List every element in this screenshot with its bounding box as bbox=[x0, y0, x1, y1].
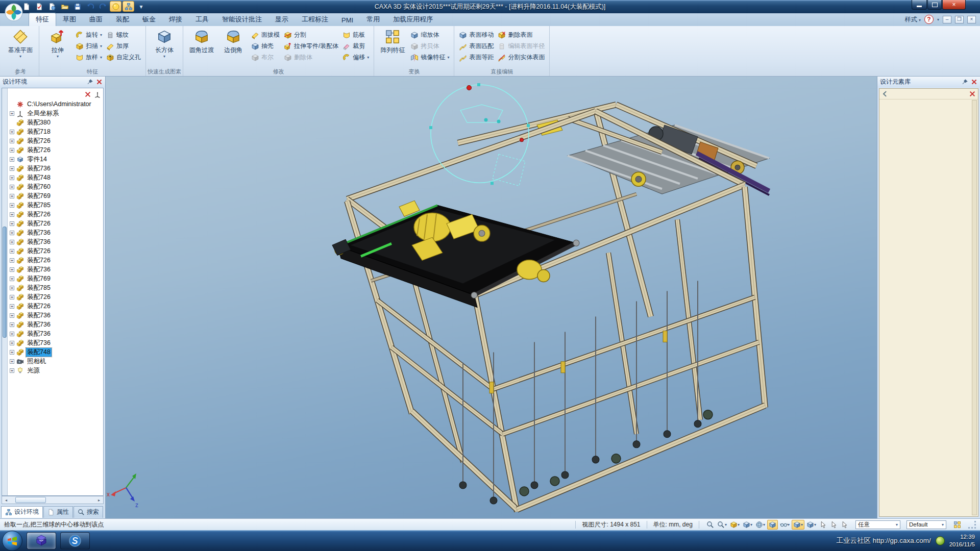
taskbar-caxa-app[interactable] bbox=[27, 532, 56, 549]
tree-item-装配785[interactable]: +装配785 bbox=[8, 283, 103, 292]
tree-item-照相机[interactable]: +照相机 bbox=[8, 357, 103, 366]
panel-close-icon[interactable] bbox=[971, 79, 977, 85]
start-button[interactable] bbox=[2, 531, 22, 551]
tree-item-装配726[interactable]: +装配726 bbox=[8, 210, 103, 219]
tree-item-装配736[interactable]: +装配736 bbox=[8, 237, 103, 246]
cancel-selection-icon[interactable] bbox=[84, 91, 91, 98]
tree-item-装配726[interactable]: +装配726 bbox=[8, 302, 103, 311]
render-style-combo[interactable]: Default▾ bbox=[906, 520, 946, 529]
save-icon[interactable] bbox=[71, 1, 83, 12]
tab-装配[interactable]: 装配 bbox=[109, 13, 136, 26]
ribbon-button-扫描[interactable]: 扫描▾ bbox=[76, 42, 102, 51]
browse-web-icon[interactable] bbox=[46, 1, 58, 12]
tree-horizontal-scrollbar[interactable]: ◂ ▸ bbox=[2, 496, 104, 504]
taskbar-clock[interactable]: 12:39 2016/11/5 bbox=[949, 533, 975, 548]
help-icon[interactable]: ? bbox=[924, 15, 934, 24]
tab-曲面[interactable]: 曲面 bbox=[83, 13, 109, 26]
tree-item-装配736[interactable]: +装配736 bbox=[8, 265, 103, 274]
doc-restore-button[interactable]: ❒ bbox=[955, 16, 964, 23]
open-check-icon[interactable] bbox=[33, 1, 45, 12]
tree-item-全局坐标系[interactable]: +全局坐标系 bbox=[8, 109, 103, 118]
tab-智能设计批注[interactable]: 智能设计批注 bbox=[215, 13, 268, 26]
ribbon-button-筋板[interactable]: 筋板 bbox=[342, 31, 369, 39]
tree-item-装配785[interactable]: +装配785 bbox=[8, 201, 103, 210]
redo-icon[interactable] bbox=[97, 1, 109, 12]
ribbon-button-圆角过渡[interactable]: 圆角过渡 bbox=[186, 27, 217, 55]
tab-草图[interactable]: 草图 bbox=[56, 13, 83, 26]
zoom-search-icon[interactable] bbox=[705, 520, 715, 530]
tree-item-装配726[interactable]: +装配726 bbox=[8, 219, 103, 228]
coordinate-system-icon[interactable] bbox=[94, 91, 101, 98]
library-scrollbar[interactable] bbox=[972, 100, 977, 515]
tree-item-装配726[interactable]: +装配726 bbox=[8, 145, 103, 155]
panel-tab-属性[interactable]: 属性 bbox=[43, 506, 73, 518]
3d-viewport[interactable]: xz bbox=[106, 77, 877, 518]
tab-显示[interactable]: 显示 bbox=[268, 13, 295, 26]
pick-filter-icon[interactable] bbox=[840, 520, 849, 530]
ribbon-button-拉伸零件/装配体[interactable]: 拉伸零件/装配体 bbox=[284, 42, 338, 51]
ribbon-button-加厚[interactable]: 加厚 bbox=[106, 42, 141, 51]
ribbon-button-删除表面[interactable]: 删除表面 bbox=[498, 31, 545, 39]
tree-item-装配718[interactable]: +装配718 bbox=[8, 127, 103, 136]
tree-item-装配769[interactable]: +装配769 bbox=[8, 191, 103, 201]
display-mode-icon[interactable]: ▾ bbox=[792, 520, 804, 530]
tree-item-C:\Users\Administrator[interactable]: C:\Users\Administrator bbox=[8, 99, 103, 109]
resize-grip[interactable] bbox=[968, 521, 976, 529]
tree-item-装配726[interactable]: +装配726 bbox=[8, 246, 103, 256]
undo-icon[interactable] bbox=[84, 1, 96, 12]
design-tree-icon[interactable] bbox=[122, 1, 134, 12]
tree-item-装配726[interactable]: +装配726 bbox=[8, 136, 103, 145]
tree-item-装配736[interactable]: +装配736 bbox=[8, 320, 103, 329]
tray-status-icon[interactable] bbox=[936, 536, 945, 545]
scrollbar-thumb[interactable] bbox=[15, 497, 46, 503]
maximize-button[interactable] bbox=[927, 0, 942, 10]
new-view-icon[interactable]: ▾ bbox=[729, 520, 741, 530]
tree-item-光源[interactable]: +光源 bbox=[8, 366, 103, 375]
tab-加载应用程序[interactable]: 加载应用程序 bbox=[386, 13, 439, 26]
close-button[interactable]: × bbox=[942, 0, 966, 10]
3d-model[interactable]: xz bbox=[106, 77, 877, 518]
ribbon-button-面拔模[interactable]: 面拔模 bbox=[251, 31, 280, 39]
ribbon-button-裁剪[interactable]: 裁剪 bbox=[342, 42, 369, 51]
help-dropdown-icon[interactable]: ▾ bbox=[937, 17, 939, 22]
scroll-left-icon[interactable]: ◂ bbox=[3, 498, 9, 503]
ribbon-button-基准平面[interactable]: 基准平面▾ bbox=[5, 27, 36, 59]
ribbon-button-拉伸[interactable]: 拉伸▾ bbox=[42, 27, 74, 59]
tree-item-装配726[interactable]: +装配726 bbox=[8, 256, 103, 265]
more-commands-icon[interactable]: ▾ bbox=[135, 1, 147, 12]
tree-item-装配736[interactable]: +装配736 bbox=[8, 164, 103, 173]
tree-item-装配380[interactable]: 装配380 bbox=[8, 118, 103, 127]
tree-item-装配736[interactable]: +装配736 bbox=[8, 329, 103, 338]
render-style-icon[interactable]: ▾ bbox=[805, 520, 817, 530]
pin-icon[interactable] bbox=[962, 79, 968, 85]
ribbon-button-长方体[interactable]: 长方体▾ bbox=[149, 27, 180, 59]
minimize-button[interactable] bbox=[912, 0, 927, 10]
library-close-icon[interactable] bbox=[969, 90, 976, 97]
ribbon-button-表面匹配[interactable]: 表面匹配 bbox=[459, 42, 494, 51]
smart-render-icon[interactable] bbox=[110, 1, 121, 12]
panel-close-icon[interactable] bbox=[96, 79, 103, 85]
tree-item-装配726[interactable]: +装配726 bbox=[8, 292, 103, 302]
tab-特征[interactable]: 特征 bbox=[29, 13, 56, 26]
ribbon-button-阵列特征[interactable]: 阵列特征 bbox=[377, 27, 408, 55]
back-arrow-icon[interactable] bbox=[881, 90, 889, 97]
select-cursor-icon[interactable] bbox=[829, 520, 839, 530]
tree-item-装配736[interactable]: +装配736 bbox=[8, 311, 103, 320]
app-logo-icon[interactable] bbox=[3, 2, 24, 23]
style-menu[interactable]: 样式 ▾ bbox=[905, 15, 921, 24]
ribbon-button-表面等距[interactable]: 表面等距 bbox=[459, 53, 494, 62]
shaded-display-icon[interactable] bbox=[767, 520, 778, 530]
ribbon-button-分割实体表面[interactable]: 分割实体表面 bbox=[498, 53, 545, 62]
tree-item-装配748[interactable]: +装配748 bbox=[8, 173, 103, 182]
tree-item-装配736[interactable]: +装配736 bbox=[8, 228, 103, 237]
tree-item-装配736[interactable]: +装配736 bbox=[8, 338, 103, 347]
taskbar-s-browser-app[interactable] bbox=[60, 532, 90, 549]
snap-mode-combo[interactable]: 任意▾ bbox=[855, 520, 900, 529]
ribbon-button-分割[interactable]: 分割 bbox=[284, 31, 338, 39]
ribbon-button-自定义孔[interactable]: 自定义孔 bbox=[106, 53, 141, 62]
ribbon-button-放样[interactable]: 放样▾ bbox=[76, 53, 102, 62]
ribbon-button-旋转[interactable]: 旋转▾ bbox=[76, 31, 102, 39]
ribbon-button-螺纹[interactable]: 螺纹 bbox=[106, 31, 141, 39]
ribbon-button-偏移[interactable]: 偏移▾ bbox=[342, 53, 369, 62]
scroll-right-icon[interactable]: ▸ bbox=[96, 498, 102, 503]
